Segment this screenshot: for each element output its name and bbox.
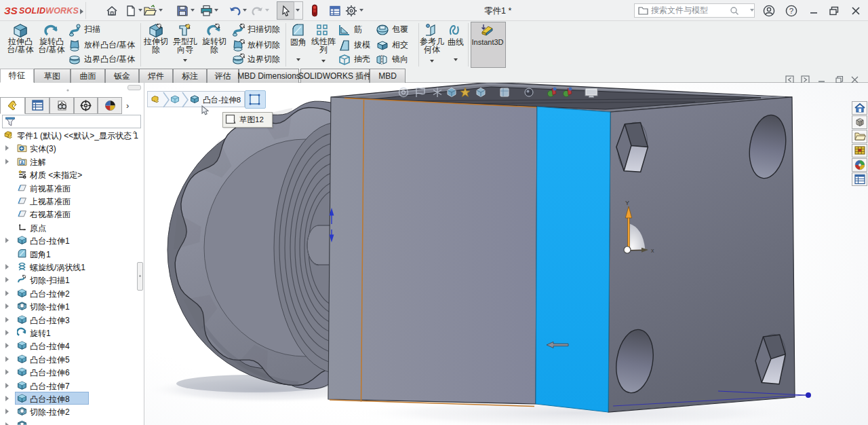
svg-text:?: ? xyxy=(789,7,793,15)
svg-text:A: A xyxy=(20,160,24,165)
svg-text:x: x xyxy=(651,247,654,254)
svg-text:Y: Y xyxy=(625,200,629,206)
